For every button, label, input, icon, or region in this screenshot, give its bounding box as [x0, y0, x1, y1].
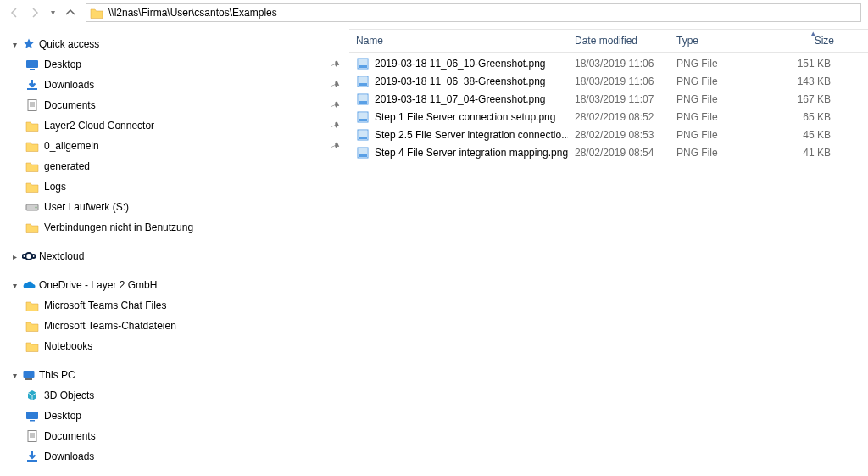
sidebar-item-label: User Laufwerk (S:) [44, 201, 341, 213]
png-file-icon [356, 92, 370, 106]
sidebar-item[interactable]: Verbindungen nicht in Benutzung [25, 217, 349, 238]
file-name: Step 2.5 File Server integration connect… [375, 129, 568, 141]
column-header-size[interactable]: Size [773, 35, 841, 47]
sidebar-this-pc[interactable]: ▾ This PC [7, 365, 349, 385]
file-name: 2019-03-18 11_07_04-Greenshot.png [375, 93, 546, 105]
file-row[interactable]: 2019-03-18 11_07_04-Greenshot.png18/03/2… [349, 90, 868, 108]
file-size: 41 KB [773, 147, 841, 159]
png-file-icon [356, 57, 370, 70]
column-header-name[interactable]: Name [349, 35, 568, 47]
sidebar-item-label: 0_allgemein [44, 140, 324, 152]
column-header-date[interactable]: Date modified [568, 35, 670, 47]
file-type: PNG File [670, 111, 773, 123]
sidebar-item[interactable]: Notebooks [25, 336, 349, 356]
sidebar-item[interactable]: Documents [25, 95, 349, 115]
sidebar-item[interactable]: Microsoft Teams Chat Files [25, 295, 349, 316]
file-type: PNG File [670, 93, 773, 105]
this-pc-icon [22, 368, 36, 382]
nextcloud-icon [22, 249, 36, 263]
pin-icon [329, 59, 341, 70]
sort-indicator-icon: ▴ [811, 29, 815, 37]
pin-icon [329, 99, 341, 111]
documents-icon [25, 98, 39, 112]
sidebar-item-label: Logs [44, 181, 341, 193]
desktop-icon [25, 58, 39, 71]
png-file-icon [356, 146, 370, 160]
documents-icon [25, 429, 39, 443]
sidebar-nextcloud[interactable]: ▸ Nextcloud [7, 246, 349, 266]
file-type: PNG File [670, 147, 773, 159]
nav-back-button[interactable] [7, 6, 20, 20]
recent-locations-chevron-icon[interactable]: ▾ [51, 8, 55, 17]
file-name: Step 1 File Server connection setup.png [375, 111, 555, 123]
file-size: 151 KB [773, 58, 841, 70]
png-file-icon [356, 128, 370, 142]
sidebar-item-label: Layer2 Cloud Connector [44, 120, 324, 132]
png-file-icon [356, 75, 370, 88]
sidebar-item-label: Notebooks [44, 340, 341, 352]
address-input[interactable]: \\l2nas\Firma\User\csantos\Examples [86, 3, 861, 22]
sidebar-item[interactable]: generated [25, 156, 349, 176]
caret-down-icon: ▾ [10, 371, 19, 379]
sidebar-item[interactable]: Downloads [25, 75, 349, 95]
sidebar-item-label: Microsoft Teams Chat Files [44, 300, 341, 311]
sidebar-item-label: generated [44, 160, 341, 172]
file-date: 18/03/2019 11:07 [568, 93, 670, 105]
file-row[interactable]: Step 4 File Server integration mapping.p… [349, 143, 868, 161]
sidebar-item-label: Downloads [44, 79, 324, 91]
nav-up-button[interactable] [64, 6, 77, 20]
sidebar-item[interactable]: Documents [25, 426, 349, 446]
file-row[interactable]: 2019-03-18 11_06_10-Greenshot.png18/03/2… [349, 54, 868, 72]
sidebar-item-label: Downloads [44, 451, 341, 462]
folder-icon [25, 319, 39, 333]
folder-icon [25, 339, 39, 353]
sidebar-item[interactable]: User Laufwerk (S:) [25, 197, 349, 217]
nav-forward-button[interactable] [29, 6, 42, 20]
column-headers: Name Date modified Type Size [349, 29, 868, 53]
file-row[interactable]: Step 2.5 File Server integration connect… [349, 126, 868, 143]
caret-right-icon: ▸ [10, 252, 19, 260]
sidebar-item[interactable]: 0_allgemein [25, 136, 349, 156]
file-name: 2019-03-18 11_06_10-Greenshot.png [375, 58, 546, 70]
sidebar-quick-access[interactable]: ▾ Quick access [7, 34, 349, 54]
file-row[interactable]: 2019-03-18 11_06_38-Greenshot.png18/03/2… [349, 72, 868, 90]
sidebar-item[interactable]: Desktop [25, 406, 349, 426]
caret-down-icon: ▾ [10, 40, 19, 48]
sidebar-group-label: OneDrive - Layer 2 GmbH [39, 279, 157, 291]
file-size: 45 KB [773, 129, 841, 141]
sidebar-item[interactable]: 3D Objects [25, 385, 349, 406]
folder-icon [25, 119, 39, 132]
sidebar-item[interactable]: Logs [25, 176, 349, 197]
png-file-icon [356, 110, 370, 124]
sidebar-item-label: 3D Objects [44, 389, 341, 401]
folder-icon [25, 139, 39, 153]
address-bar: ▾ \\l2nas\Firma\User\csantos\Examples [0, 0, 868, 25]
file-type: PNG File [670, 129, 773, 141]
file-type: PNG File [670, 58, 773, 70]
sidebar-group-label: This PC [39, 369, 75, 381]
sidebar-item[interactable]: Downloads [25, 446, 349, 467]
file-name: 2019-03-18 11_06_38-Greenshot.png [375, 76, 546, 87]
drive-icon [25, 200, 39, 214]
star-icon [22, 37, 36, 51]
file-list-pane: ▴ Name Date modified Type Size 2019-03-1… [349, 25, 868, 476]
downloads-icon [25, 78, 39, 92]
column-header-type[interactable]: Type [670, 35, 773, 47]
file-type: PNG File [670, 76, 773, 87]
caret-down-icon: ▾ [10, 281, 19, 289]
folder-icon [25, 299, 39, 312]
sidebar-item[interactable]: Microsoft Teams-Chatdateien [25, 316, 349, 336]
sidebar-item[interactable]: Desktop [25, 54, 349, 75]
sidebar-item-label: Desktop [44, 59, 324, 70]
folder-icon [25, 160, 39, 173]
pin-icon [329, 79, 341, 91]
sidebar-item[interactable]: Layer2 Cloud Connector [25, 115, 349, 136]
sidebar-item-label: Desktop [44, 410, 341, 422]
folder-icon [90, 6, 103, 20]
file-size: 143 KB [773, 76, 841, 87]
sidebar-onedrive[interactable]: ▾ OneDrive - Layer 2 GmbH [7, 275, 349, 295]
sidebar-item-label: Documents [44, 99, 324, 111]
file-size: 65 KB [773, 111, 841, 123]
file-row[interactable]: Step 1 File Server connection setup.png2… [349, 108, 868, 126]
file-date: 18/03/2019 11:06 [568, 76, 670, 87]
